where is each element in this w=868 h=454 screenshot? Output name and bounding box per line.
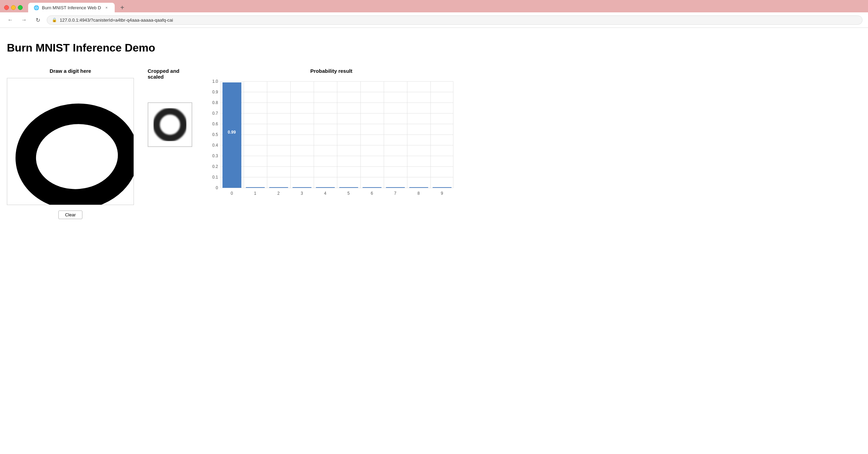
cropped-section: Cropped and scaled bbox=[148, 68, 192, 147]
svg-text:6: 6 bbox=[371, 191, 373, 196]
svg-text:0.99: 0.99 bbox=[228, 130, 236, 135]
svg-text:8: 8 bbox=[418, 191, 420, 196]
tab-title: Burn MNIST Inference Web D bbox=[42, 5, 101, 10]
svg-text:3: 3 bbox=[301, 191, 303, 196]
cropped-preview bbox=[148, 102, 192, 147]
bar-9 bbox=[433, 187, 452, 188]
bar-8 bbox=[409, 187, 428, 188]
url-text: 127.0.0.1:4943/?canisterId=a4tbr-q4aaa-a… bbox=[60, 18, 173, 23]
tab-favicon: 🌐 bbox=[34, 5, 39, 10]
bar-5 bbox=[339, 187, 358, 188]
address-bar[interactable]: 🔒 127.0.0.1:4943/?canisterId=a4tbr-q4aaa… bbox=[47, 15, 863, 25]
svg-text:0: 0 bbox=[231, 191, 233, 196]
active-tab[interactable]: 🌐 Burn MNIST Inference Web D × bbox=[28, 3, 115, 12]
bar-0 bbox=[222, 82, 241, 188]
svg-point-0 bbox=[22, 110, 132, 204]
svg-text:7: 7 bbox=[394, 191, 397, 196]
cropped-section-label: Cropped and scaled bbox=[148, 68, 192, 80]
bar-7 bbox=[386, 187, 405, 188]
forward-button[interactable]: → bbox=[19, 15, 29, 25]
browser-chrome: 🌐 Burn MNIST Inference Web D × + ← → ↻ 🔒… bbox=[0, 0, 868, 28]
svg-text:2: 2 bbox=[277, 191, 280, 196]
cropped-digit-svg bbox=[151, 106, 189, 144]
reload-button[interactable]: ↻ bbox=[33, 15, 43, 25]
svg-text:0.5: 0.5 bbox=[212, 132, 218, 137]
address-bar-row: ← → ↻ 🔒 127.0.0.1:4943/?canisterId=a4tbr… bbox=[0, 12, 868, 28]
svg-text:0.1: 0.1 bbox=[212, 175, 218, 180]
bar-2 bbox=[269, 187, 288, 188]
svg-text:0.2: 0.2 bbox=[212, 164, 218, 169]
new-tab-button[interactable]: + bbox=[117, 3, 127, 12]
draw-canvas[interactable] bbox=[7, 78, 134, 205]
traffic-lights bbox=[4, 5, 23, 10]
chart-section-label: Probability result bbox=[310, 68, 353, 74]
svg-text:5: 5 bbox=[347, 191, 350, 196]
page-content: Burn MNIST Inference Demo Draw a digit h… bbox=[0, 28, 446, 233]
svg-text:0.8: 0.8 bbox=[212, 100, 218, 105]
svg-text:0.4: 0.4 bbox=[212, 143, 218, 148]
chart-container: 1.0 0.9 0.8 0.7 0.6 0.5 0.4 0.3 0.2 0.1 … bbox=[206, 78, 457, 203]
chart-section: Probability result 1.0 0.9 0.8 0.7 0.6 0… bbox=[206, 68, 457, 203]
svg-text:0.7: 0.7 bbox=[212, 111, 218, 116]
svg-text:9: 9 bbox=[441, 191, 443, 196]
bar-4 bbox=[316, 187, 335, 188]
svg-text:1.0: 1.0 bbox=[212, 79, 218, 84]
tab-bar: 🌐 Burn MNIST Inference Web D × + bbox=[0, 0, 868, 12]
tab-close-icon[interactable]: × bbox=[104, 5, 109, 10]
draw-section: Draw a digit here Clear bbox=[7, 68, 134, 219]
lock-icon: 🔒 bbox=[52, 18, 57, 22]
svg-text:4: 4 bbox=[324, 191, 327, 196]
main-layout: Draw a digit here Clear Cropped and scal… bbox=[7, 68, 439, 219]
bar-6 bbox=[363, 187, 381, 188]
svg-text:0.6: 0.6 bbox=[212, 122, 218, 126]
svg-point-1 bbox=[157, 111, 184, 138]
close-button[interactable] bbox=[4, 5, 9, 10]
bar-1 bbox=[246, 187, 265, 188]
draw-section-label: Draw a digit here bbox=[50, 68, 91, 74]
svg-text:0.3: 0.3 bbox=[212, 154, 218, 158]
chart-svg: 1.0 0.9 0.8 0.7 0.6 0.5 0.4 0.3 0.2 0.1 … bbox=[206, 78, 457, 202]
bar-3 bbox=[293, 187, 311, 188]
svg-text:1: 1 bbox=[254, 191, 256, 196]
page-title: Burn MNIST Inference Demo bbox=[7, 42, 439, 54]
digit-svg bbox=[7, 78, 134, 205]
svg-text:0.9: 0.9 bbox=[212, 90, 218, 94]
maximize-button[interactable] bbox=[18, 5, 23, 10]
minimize-button[interactable] bbox=[11, 5, 16, 10]
clear-button[interactable]: Clear bbox=[58, 211, 82, 219]
back-button[interactable]: ← bbox=[5, 15, 15, 25]
svg-text:0: 0 bbox=[216, 185, 218, 190]
